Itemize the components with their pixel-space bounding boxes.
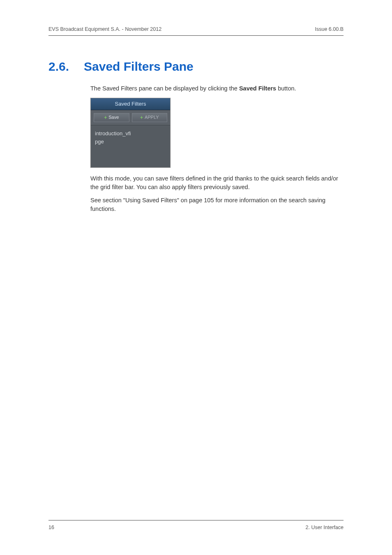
plus-icon: + [140,115,143,120]
apply-button[interactable]: + APPLY [132,113,168,122]
save-button-label: Save [108,114,119,121]
paragraph-2: With this mode, you can save filters def… [90,174,344,191]
page-footer: 16 2. User Interface [48,520,344,530]
section-number: 2.6. [48,60,84,74]
intro-bold: Saved Filters [239,85,276,92]
list-item[interactable]: pge [95,138,166,146]
plus-icon: + [104,115,107,120]
section-heading: 2.6. Saved Filters Pane [48,60,344,74]
header-left: EVS Broadcast Equipment S.A. - November … [48,26,161,32]
intro-before: The Saved Filters pane can be displayed … [90,85,239,92]
filter-list: introduction_vfi pge [91,125,170,167]
page-header: EVS Broadcast Equipment S.A. - November … [48,26,344,36]
panel-title: Saved Filters [91,98,170,110]
saved-filters-panel: Saved Filters + Save + APPLY introductio… [90,98,171,168]
section-title: Saved Filters Pane [84,60,194,74]
intro-paragraph: The Saved Filters pane can be displayed … [90,84,344,93]
footer-page-number: 16 [48,525,54,530]
paragraph-3: See section "Using Saved Filters" on pag… [90,196,344,213]
footer-chapter: 2. User Interface [306,525,344,530]
apply-button-label: APPLY [145,114,159,121]
header-right: Issue 6.00.B [315,26,344,32]
intro-after: button. [276,85,296,92]
list-item[interactable]: introduction_vfi [95,130,166,138]
save-button[interactable]: + Save [94,113,129,122]
panel-toolbar: + Save + APPLY [91,110,170,125]
